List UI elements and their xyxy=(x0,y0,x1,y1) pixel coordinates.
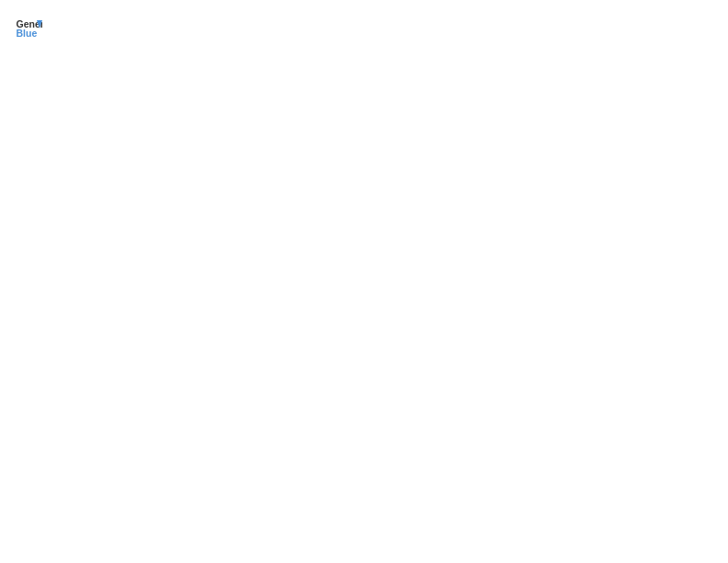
logo: General Blue xyxy=(15,15,46,42)
svg-text:Blue: Blue xyxy=(17,28,38,39)
logo-icon: General Blue xyxy=(15,15,42,42)
page-header: General Blue xyxy=(15,15,713,42)
